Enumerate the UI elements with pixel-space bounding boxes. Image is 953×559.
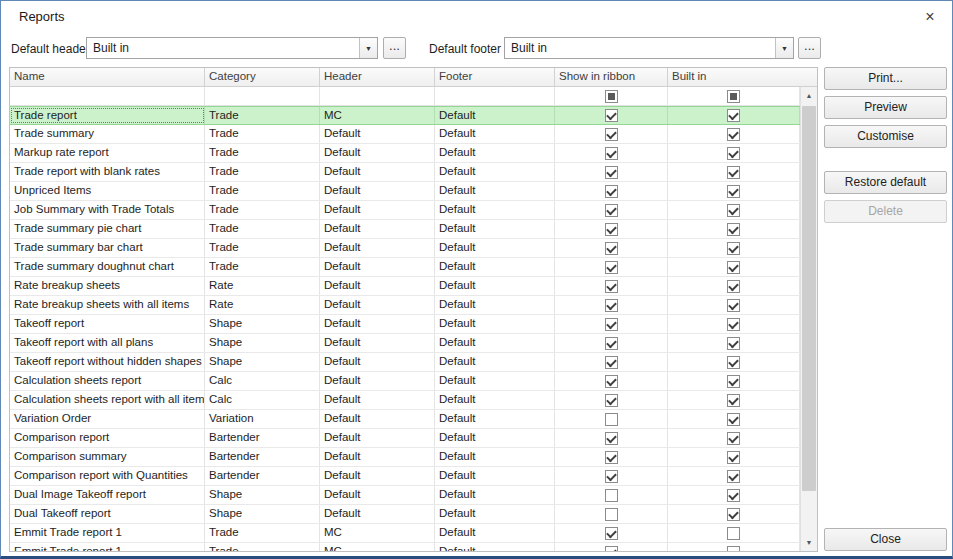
table-row[interactable]: Calculation sheets report with all items…	[10, 391, 800, 410]
table-row[interactable]: Trade summary bar chart Trade Default De…	[10, 239, 800, 258]
column-header-header[interactable]: Header	[320, 68, 435, 86]
column-header-name[interactable]: Name	[10, 68, 205, 86]
filter-cell-category[interactable]	[205, 87, 320, 105]
column-header-built-in[interactable]: Built in	[668, 68, 817, 86]
column-header-footer[interactable]: Footer	[435, 68, 555, 86]
preview-button[interactable]: Preview	[824, 96, 947, 119]
filter-cell-header[interactable]	[320, 87, 435, 105]
table-row[interactable]: Trade summary pie chart Trade Default De…	[10, 220, 800, 239]
show-in-ribbon-checkbox[interactable]	[605, 432, 618, 445]
table-row[interactable]: Trade report with blank rates Trade Defa…	[10, 163, 800, 182]
scrollbar-up-button[interactable]: ▲	[801, 87, 817, 104]
show-in-ribbon-checkbox[interactable]	[605, 166, 618, 179]
built-in-select-all-checkbox[interactable]	[727, 90, 740, 103]
built-in-checkbox[interactable]	[727, 166, 740, 179]
show-in-ribbon-checkbox[interactable]	[605, 489, 618, 502]
table-row[interactable]: Comparison summary Bartender Default Def…	[10, 448, 800, 467]
built-in-checkbox[interactable]	[727, 318, 740, 331]
titlebar-close-button[interactable]: ×	[918, 5, 942, 29]
built-in-checkbox[interactable]	[727, 508, 740, 521]
column-header-category[interactable]: Category	[205, 68, 320, 86]
built-in-checkbox[interactable]	[727, 147, 740, 160]
customise-button[interactable]: Customise	[824, 125, 947, 148]
built-in-checkbox[interactable]	[727, 337, 740, 350]
table-row[interactable]: Takeoff report without hidden shapes Sha…	[10, 353, 800, 372]
scrollbar-down-button[interactable]: ▼	[801, 534, 817, 551]
built-in-checkbox[interactable]	[727, 432, 740, 445]
filter-cell-name[interactable]	[10, 87, 205, 105]
built-in-checkbox[interactable]	[727, 185, 740, 198]
show-in-ribbon-checkbox[interactable]	[605, 128, 618, 141]
show-in-ribbon-checkbox[interactable]	[605, 356, 618, 369]
column-header-show-in-ribbon[interactable]: Show in ribbon	[555, 68, 668, 86]
show-in-ribbon-checkbox[interactable]	[605, 546, 618, 552]
table-row[interactable]: Dual Image Takeoff report Shape Default …	[10, 486, 800, 505]
default-header-combobox[interactable]: Built in ▼	[86, 37, 378, 59]
filter-cell-footer[interactable]	[435, 87, 555, 105]
show-in-ribbon-checkbox[interactable]	[605, 185, 618, 198]
default-footer-browse-button[interactable]: ...	[798, 37, 821, 59]
table-row[interactable]: Unpriced Items Trade Default Default	[10, 182, 800, 201]
built-in-checkbox[interactable]	[727, 261, 740, 274]
table-row[interactable]: Calculation sheets report Calc Default D…	[10, 372, 800, 391]
built-in-checkbox[interactable]	[727, 470, 740, 483]
built-in-checkbox[interactable]	[727, 527, 740, 540]
scrollbar-thumb[interactable]	[802, 106, 816, 491]
default-header-browse-button[interactable]: ...	[383, 37, 406, 59]
close-button[interactable]: Close	[824, 528, 947, 551]
show-in-ribbon-checkbox[interactable]	[605, 147, 618, 160]
show-in-ribbon-checkbox[interactable]	[605, 223, 618, 236]
show-in-ribbon-checkbox[interactable]	[605, 527, 618, 540]
built-in-checkbox[interactable]	[727, 280, 740, 293]
built-in-checkbox[interactable]	[727, 356, 740, 369]
show-in-ribbon-checkbox[interactable]	[605, 261, 618, 274]
built-in-checkbox[interactable]	[727, 451, 740, 464]
table-row[interactable]: Job Summary with Trade Totals Trade Defa…	[10, 201, 800, 220]
show-in-ribbon-checkbox[interactable]	[605, 242, 618, 255]
built-in-checkbox[interactable]	[727, 242, 740, 255]
table-row[interactable]: Comparison report Bartender Default Defa…	[10, 429, 800, 448]
print-button[interactable]: Print...	[824, 67, 947, 90]
show-in-ribbon-checkbox[interactable]	[605, 318, 618, 331]
table-row[interactable]: Takeoff report with all plans Shape Defa…	[10, 334, 800, 353]
built-in-checkbox[interactable]	[727, 109, 740, 122]
show-in-ribbon-checkbox[interactable]	[605, 204, 618, 217]
show-in-ribbon-checkbox[interactable]	[605, 109, 618, 122]
table-row[interactable]: Variation Order Variation Default Defaul…	[10, 410, 800, 429]
built-in-checkbox[interactable]	[727, 375, 740, 388]
chevron-down-icon[interactable]: ▼	[359, 38, 377, 58]
show-in-ribbon-checkbox[interactable]	[605, 508, 618, 521]
table-row[interactable]: Markup rate report Trade Default Default	[10, 144, 800, 163]
built-in-checkbox[interactable]	[727, 546, 740, 552]
table-row[interactable]: Trade summary doughnut chart Trade Defau…	[10, 258, 800, 277]
table-row[interactable]: Rate breakup sheets Rate Default Default	[10, 277, 800, 296]
show-in-ribbon-checkbox[interactable]	[605, 375, 618, 388]
show-in-ribbon-checkbox[interactable]	[605, 337, 618, 350]
built-in-checkbox[interactable]	[727, 223, 740, 236]
restore-default-button[interactable]: Restore default	[824, 171, 947, 194]
show-in-ribbon-checkbox[interactable]	[605, 413, 618, 426]
show-in-ribbon-checkbox[interactable]	[605, 394, 618, 407]
table-row[interactable]: Emmit Trade report 1 Trade MC Default	[10, 524, 800, 543]
show-in-ribbon-checkbox[interactable]	[605, 280, 618, 293]
show-in-ribbon-checkbox[interactable]	[605, 451, 618, 464]
table-row[interactable]: Dual Takeoff report Shape Default Defaul…	[10, 505, 800, 524]
table-row[interactable]: Takeoff report Shape Default Default	[10, 315, 800, 334]
show-in-ribbon-checkbox[interactable]	[605, 299, 618, 312]
default-footer-combobox[interactable]: Built in ▼	[504, 37, 794, 59]
built-in-checkbox[interactable]	[727, 413, 740, 426]
delete-button[interactable]: Delete	[824, 200, 947, 223]
show-in-ribbon-select-all-checkbox[interactable]	[605, 90, 618, 103]
built-in-checkbox[interactable]	[727, 489, 740, 502]
built-in-checkbox[interactable]	[727, 128, 740, 141]
chevron-down-icon[interactable]: ▼	[775, 38, 793, 58]
built-in-checkbox[interactable]	[727, 204, 740, 217]
table-row[interactable]: Rate breakup sheets with all items Rate …	[10, 296, 800, 315]
table-row[interactable]: Emmit Trade report 1 Trade MC Default	[10, 543, 800, 551]
vertical-scrollbar[interactable]: ▲ ▼	[800, 87, 817, 551]
built-in-checkbox[interactable]	[727, 394, 740, 407]
table-row[interactable]: Comparison report with Quantities Barten…	[10, 467, 800, 486]
table-row[interactable]: Trade report Trade MC Default	[10, 106, 800, 125]
built-in-checkbox[interactable]	[727, 299, 740, 312]
table-row[interactable]: Trade summary Trade Default Default	[10, 125, 800, 144]
